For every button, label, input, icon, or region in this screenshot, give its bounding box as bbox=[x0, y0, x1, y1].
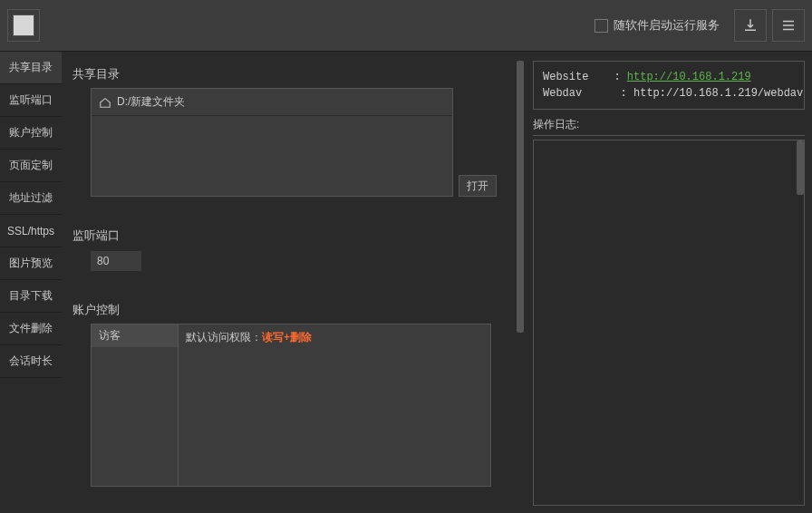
log-content[interactable] bbox=[534, 140, 797, 505]
sidebar-item-image-preview[interactable]: 图片预览 bbox=[0, 247, 62, 280]
open-button-label: 打开 bbox=[467, 179, 488, 194]
log-box bbox=[533, 140, 805, 506]
webdav-url: http://10.168.1.219/webdav bbox=[633, 85, 803, 102]
menu-button[interactable] bbox=[772, 9, 805, 42]
autostart-checkbox-wrap[interactable]: 随软件启动运行服务 bbox=[594, 17, 720, 34]
account-name: 访客 bbox=[99, 329, 121, 342]
sidebar-item-addr-filter[interactable]: 地址过滤 bbox=[0, 182, 62, 215]
home-icon bbox=[99, 96, 111, 109]
perm-value: 读写+删除 bbox=[262, 331, 312, 344]
sidebar-item-account[interactable]: 账户控制 bbox=[0, 117, 62, 150]
webdav-sep: : bbox=[601, 85, 633, 102]
autostart-label: 随软件启动运行服务 bbox=[614, 17, 720, 34]
sidebar-item-label: SSL/https bbox=[7, 225, 54, 237]
sidebar-item-label: 账户控制 bbox=[9, 125, 53, 140]
account-panel: 默认访问权限：读写+删除 bbox=[179, 324, 490, 486]
body: 共享目录 监听端口 账户控制 页面定制 地址过滤 SSL/https 图片预览 … bbox=[0, 52, 812, 513]
log-label: 操作日志: bbox=[533, 117, 805, 136]
sidebar: 共享目录 监听端口 账户控制 页面定制 地址过滤 SSL/https 图片预览 … bbox=[0, 52, 62, 513]
sidebar-item-label: 页面定制 bbox=[9, 158, 53, 173]
share-path-text: D:/新建文件夹 bbox=[117, 94, 185, 110]
server-info-box: Website : http://10.168.1.219 Webdav : h… bbox=[533, 61, 805, 110]
account-list-item[interactable]: 访客 bbox=[92, 324, 178, 347]
settings-scrollbar[interactable] bbox=[517, 61, 524, 506]
webdav-row: Webdav : http://10.168.1.219/webdav bbox=[543, 85, 795, 102]
account-section-title: 账户控制 bbox=[72, 302, 513, 318]
scrollbar-thumb[interactable] bbox=[517, 61, 524, 333]
sidebar-item-label: 会话时长 bbox=[9, 353, 53, 369]
stop-icon bbox=[13, 15, 34, 36]
sidebar-item-file-delete[interactable]: 文件删除 bbox=[0, 313, 62, 345]
sidebar-item-page-custom[interactable]: 页面定制 bbox=[0, 150, 62, 182]
sidebar-item-label: 地址过滤 bbox=[9, 190, 53, 206]
port-input[interactable] bbox=[91, 251, 141, 271]
download-icon bbox=[742, 17, 759, 34]
topbar: 随软件启动运行服务 bbox=[0, 0, 812, 52]
settings-column: 共享目录 D:/新建文件夹 打开 监听端口 bbox=[65, 61, 524, 506]
open-button[interactable]: 打开 bbox=[459, 175, 497, 197]
account-box: 访客 默认访问权限：读写+删除 bbox=[91, 324, 491, 487]
share-path-row[interactable]: D:/新建文件夹 bbox=[92, 89, 452, 116]
port-section-title: 监听端口 bbox=[72, 227, 513, 244]
start-stop-button[interactable] bbox=[7, 9, 40, 42]
settings-scroll-area: 共享目录 D:/新建文件夹 打开 监听端口 bbox=[65, 61, 517, 506]
perm-label: 默认访问权限： bbox=[186, 331, 262, 344]
log-scrollbar-thumb[interactable] bbox=[797, 140, 804, 195]
hamburger-icon bbox=[780, 17, 797, 34]
share-path-list[interactable]: D:/新建文件夹 bbox=[91, 88, 453, 197]
download-button[interactable] bbox=[734, 9, 767, 42]
port-row bbox=[91, 251, 513, 271]
website-key: Website bbox=[543, 69, 601, 85]
sidebar-item-ssl[interactable]: SSL/https bbox=[0, 215, 62, 247]
share-section-title: 共享目录 bbox=[72, 66, 513, 82]
sidebar-item-label: 共享目录 bbox=[9, 60, 53, 75]
sidebar-item-session[interactable]: 会话时长 bbox=[0, 345, 62, 378]
autostart-checkbox[interactable] bbox=[594, 19, 608, 33]
sidebar-item-label: 监听端口 bbox=[9, 92, 53, 108]
website-link[interactable]: http://10.168.1.219 bbox=[627, 69, 751, 85]
sidebar-item-share-dir[interactable]: 共享目录 bbox=[0, 52, 62, 84]
website-row: Website : http://10.168.1.219 bbox=[543, 69, 795, 85]
status-column: Website : http://10.168.1.219 Webdav : h… bbox=[533, 61, 805, 506]
website-sep: : bbox=[601, 69, 627, 85]
account-list[interactable]: 访客 bbox=[92, 324, 179, 486]
share-config-row: D:/新建文件夹 打开 bbox=[65, 88, 513, 197]
sidebar-item-dir-download[interactable]: 目录下载 bbox=[0, 280, 62, 313]
webdav-key: Webdav bbox=[543, 85, 601, 102]
sidebar-item-listen-port[interactable]: 监听端口 bbox=[0, 84, 62, 117]
sidebar-item-label: 目录下载 bbox=[9, 288, 53, 304]
main: 共享目录 D:/新建文件夹 打开 监听端口 bbox=[62, 52, 812, 513]
log-scrollbar[interactable] bbox=[797, 140, 804, 505]
sidebar-item-label: 文件删除 bbox=[9, 321, 53, 336]
sidebar-item-label: 图片预览 bbox=[9, 256, 53, 271]
